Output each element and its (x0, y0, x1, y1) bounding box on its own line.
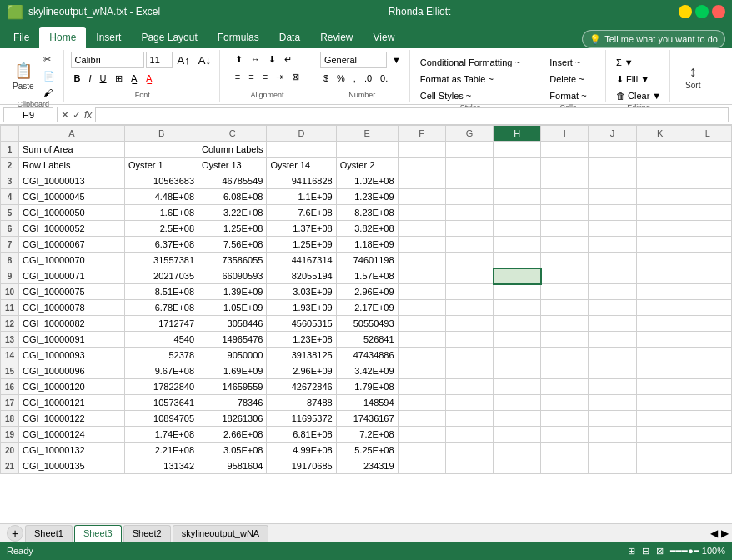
cell-I2[interactable] (541, 158, 589, 173)
cell-F9[interactable] (398, 268, 445, 284)
insert-function-icon[interactable]: fx (84, 109, 92, 121)
cell-K13[interactable] (636, 332, 684, 348)
percent-button[interactable]: % (333, 71, 348, 86)
cell-A16[interactable]: CGI_10000120 (19, 379, 125, 395)
cell-K18[interactable] (636, 411, 684, 427)
cell-G7[interactable] (445, 237, 493, 252)
cell-I17[interactable] (541, 395, 589, 411)
col-header-j[interactable]: J (589, 126, 636, 142)
cell-B2[interactable]: Oyster 1 (125, 158, 198, 173)
merge-button[interactable]: ⊠ (288, 69, 303, 84)
cell-I1[interactable] (541, 142, 589, 158)
cell-J6[interactable] (589, 221, 636, 237)
cell-A11[interactable]: CGI_10000078 (19, 300, 125, 316)
border-button[interactable]: ⊞ (112, 71, 126, 86)
cell-D18[interactable]: 11695372 (267, 411, 336, 427)
cell-J9[interactable] (589, 268, 636, 284)
cell-F10[interactable] (398, 284, 445, 300)
cell-I3[interactable] (541, 173, 589, 189)
cell-L16[interactable] (684, 379, 731, 395)
cell-H1[interactable] (494, 142, 541, 158)
cell-L2[interactable] (684, 158, 731, 173)
cell-L14[interactable] (684, 348, 731, 363)
cell-D2[interactable]: Oyster 14 (267, 158, 336, 173)
comma-button[interactable]: , (350, 71, 359, 86)
cell-J7[interactable] (589, 237, 636, 252)
cell-L12[interactable] (684, 316, 731, 332)
cell-I4[interactable] (541, 189, 589, 205)
cell-E15[interactable]: 3.42E+09 (336, 363, 398, 379)
cell-J16[interactable] (589, 379, 636, 395)
cell-H3[interactable] (494, 173, 541, 189)
cell-H20[interactable] (494, 442, 541, 458)
cell-H2[interactable] (494, 158, 541, 173)
cell-E10[interactable]: 2.96E+09 (336, 284, 398, 300)
formula-input[interactable] (95, 108, 729, 122)
cell-C13[interactable]: 14965476 (198, 332, 267, 348)
cell-G20[interactable] (445, 442, 493, 458)
cell-D1[interactable] (267, 142, 336, 158)
cell-I21[interactable] (541, 458, 589, 474)
align-bottom-button[interactable]: ⬇ (265, 52, 279, 67)
cell-A7[interactable]: CGI_10000067 (19, 237, 125, 252)
cell-F2[interactable] (398, 158, 445, 173)
cell-B19[interactable]: 1.74E+08 (125, 427, 198, 442)
cell-K15[interactable] (636, 363, 684, 379)
number-format-selector[interactable]: General (320, 52, 387, 68)
cell-B5[interactable]: 1.6E+08 (125, 205, 198, 221)
cell-L8[interactable] (684, 252, 731, 268)
fill-color-button[interactable]: A̲ (128, 71, 141, 86)
cell-L21[interactable] (684, 458, 731, 474)
cell-F7[interactable] (398, 237, 445, 252)
cell-G18[interactable] (445, 411, 493, 427)
cell-F17[interactable] (398, 395, 445, 411)
cell-F6[interactable] (398, 221, 445, 237)
cell-H7[interactable] (494, 237, 541, 252)
view-layout-icon[interactable]: ⊟ (642, 546, 649, 557)
sheet-tab-sheet2[interactable]: Sheet2 (123, 525, 171, 542)
cell-H5[interactable] (494, 205, 541, 221)
cell-D16[interactable]: 42672846 (267, 379, 336, 395)
sheet-tab-sheet1[interactable]: Sheet1 (25, 525, 73, 542)
delete-button[interactable]: Delete ~ (546, 72, 587, 87)
cell-C16[interactable]: 14659559 (198, 379, 267, 395)
cell-H11[interactable] (494, 300, 541, 316)
cut-button[interactable]: ✂ (40, 52, 58, 67)
cell-A17[interactable]: CGI_10000121 (19, 395, 125, 411)
cell-L1[interactable] (684, 142, 731, 158)
cell-K12[interactable] (636, 316, 684, 332)
cell-F14[interactable] (398, 348, 445, 363)
cell-K3[interactable] (636, 173, 684, 189)
cell-A6[interactable]: CGI_10000052 (19, 221, 125, 237)
sheet-tab-skyline[interactable]: skylineoutput_wNA (173, 525, 269, 542)
cell-G1[interactable] (445, 142, 493, 158)
cell-I15[interactable] (541, 363, 589, 379)
cell-C10[interactable]: 1.39E+09 (198, 284, 267, 300)
cell-B13[interactable]: 4540 (125, 332, 198, 348)
tab-formulas[interactable]: Formulas (208, 27, 269, 48)
cell-L4[interactable] (684, 189, 731, 205)
font-name-selector[interactable]: Calibri (71, 52, 144, 68)
cell-C17[interactable]: 78346 (198, 395, 267, 411)
cell-F13[interactable] (398, 332, 445, 348)
cell-E20[interactable]: 5.25E+08 (336, 442, 398, 458)
cell-J3[interactable] (589, 173, 636, 189)
cell-F4[interactable] (398, 189, 445, 205)
cell-D19[interactable]: 6.81E+08 (267, 427, 336, 442)
cell-D9[interactable]: 82055194 (267, 268, 336, 284)
insert-button[interactable]: Insert ~ (546, 55, 584, 70)
cell-F11[interactable] (398, 300, 445, 316)
sort-button[interactable]: ↕ Sort (679, 55, 706, 98)
cell-I8[interactable] (541, 252, 589, 268)
tab-insert[interactable]: Insert (86, 27, 131, 48)
cell-A8[interactable]: CGI_10000070 (19, 252, 125, 268)
cell-A5[interactable]: CGI_10000050 (19, 205, 125, 221)
cell-H18[interactable] (494, 411, 541, 427)
cell-H21[interactable] (494, 458, 541, 474)
cell-C15[interactable]: 1.69E+09 (198, 363, 267, 379)
cell-E16[interactable]: 1.79E+08 (336, 379, 398, 395)
cell-L9[interactable] (684, 268, 731, 284)
cell-K8[interactable] (636, 252, 684, 268)
cell-B17[interactable]: 10573641 (125, 395, 198, 411)
cell-E1[interactable] (336, 142, 398, 158)
